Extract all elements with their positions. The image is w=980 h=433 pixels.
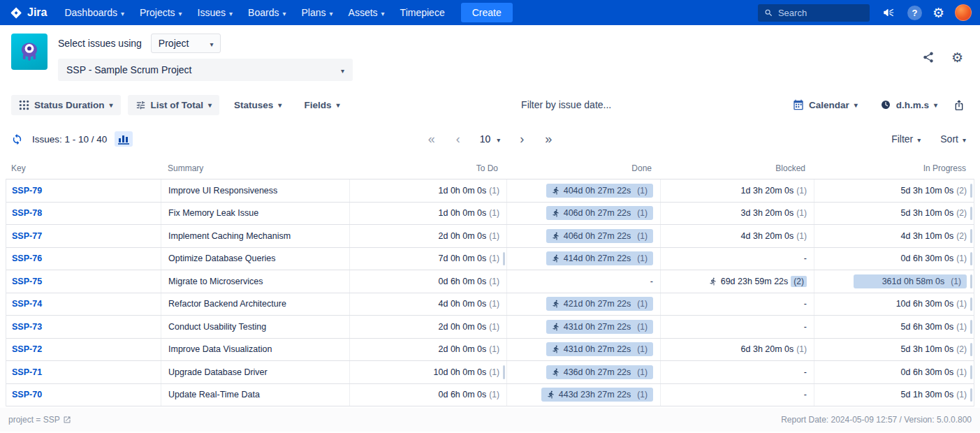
issue-key-link[interactable]: SSP-71 [12, 367, 42, 377]
summary-cell: Fix Memory Leak Issue [161, 203, 350, 225]
nav-item-projects[interactable]: Projects [132, 0, 190, 25]
calendar-icon [793, 99, 804, 110]
issue-count: (1) [489, 208, 499, 218]
nav-item-issues[interactable]: Issues [190, 0, 241, 25]
column-header-inprogress[interactable]: In Progress [814, 163, 974, 173]
issue-key-link[interactable]: SSP-70 [12, 390, 42, 399]
calendar-button[interactable]: Calendar [785, 94, 865, 115]
report-settings-icon[interactable] [951, 51, 963, 64]
duration-pill: 436d 0h 27m 22s(1) [546, 365, 653, 379]
duration-cell-todo: 7d 0h 0m 0s(1) [350, 248, 507, 270]
runner-icon [547, 390, 555, 399]
jql-query-link[interactable]: project = SSP [8, 415, 71, 425]
help-icon[interactable] [907, 6, 922, 20]
issue-key-link[interactable]: SSP-78 [12, 208, 42, 218]
issue-key-link[interactable]: SSP-75 [12, 277, 42, 286]
key-cell: SSP-71 [6, 361, 161, 383]
column-header-blocked[interactable]: Blocked [660, 163, 814, 173]
clock-icon [880, 99, 891, 110]
issue-count: (1) [956, 367, 967, 377]
issue-count: (1) [489, 299, 499, 309]
chart-view-button[interactable] [115, 131, 133, 147]
column-header-todo[interactable]: To Do [349, 163, 506, 173]
issue-key-link[interactable]: SSP-72 [12, 344, 42, 354]
issue-key-link[interactable]: SSP-76 [12, 254, 42, 263]
duration-cell-todo: 1d 0h 0m 0s(1) [350, 203, 507, 225]
key-cell: SSP-78 [6, 203, 161, 225]
share-button[interactable] [921, 50, 936, 65]
search-box[interactable] [758, 4, 870, 22]
empty-duration: - [804, 322, 807, 332]
duration-pill: 404d 0h 27m 22s(1) [546, 184, 653, 198]
key-cell: SSP-79 [6, 179, 161, 202]
fields-button[interactable]: Fields [296, 95, 347, 115]
issue-date-filter[interactable]: Filter by issue date... [354, 99, 777, 110]
duration-value: 0d 6h 0m 0s [439, 390, 487, 399]
nav-item-plans[interactable]: Plans [294, 0, 341, 25]
nav-item-label: Timepiece [400, 7, 445, 18]
issue-source-value: Project [159, 38, 189, 49]
issue-key-link[interactable]: SSP-79 [12, 186, 42, 196]
duration-value: 5d 1h 30m 0s [901, 390, 954, 399]
nav-item-dashboards[interactable]: Dashboards [57, 0, 132, 25]
nav-item-assets[interactable]: Assets [341, 0, 393, 25]
nav-item-timepiece[interactable]: Timepiece [393, 0, 453, 25]
chevron-down-icon [341, 65, 344, 75]
time-format-button[interactable]: d.h.m.s [872, 94, 945, 115]
pagination-left-group: Issues: 1 - 10 / 40 [10, 131, 133, 147]
runner-icon [552, 300, 560, 308]
last-page-button[interactable] [543, 133, 553, 145]
project-monster-icon [14, 36, 45, 67]
filter-dropdown[interactable]: Filter [891, 133, 921, 145]
table-header: Key Summary To Do Done Blocked In Progre… [6, 158, 974, 179]
search-input[interactable] [778, 8, 858, 18]
first-page-button[interactable] [427, 133, 437, 145]
duration-value: 4d 0h 0m 0s [439, 299, 487, 309]
runner-icon [552, 186, 560, 195]
settings-icon[interactable] [933, 6, 944, 20]
project-select[interactable]: SSP - Sample Scrum Project [58, 59, 353, 81]
issue-count: (2) [956, 186, 967, 196]
refresh-button[interactable] [10, 132, 24, 147]
table-row: SSP-77Implement Caching Mechanism2d 0h 0… [6, 225, 974, 248]
list-of-total-label: List of Total [151, 100, 204, 110]
next-page-button[interactable] [518, 133, 525, 145]
jira-home-link[interactable]: Jira [7, 6, 57, 20]
issue-summary: Improve UI Responsiveness [168, 186, 277, 196]
duration-value: 10d 0h 0m 0s [434, 367, 487, 377]
column-header-key[interactable]: Key [6, 163, 161, 173]
issue-count: (2) [791, 276, 807, 287]
sort-dropdown[interactable]: Sort [940, 133, 966, 145]
issue-key-link[interactable]: SSP-77 [12, 231, 42, 241]
previous-page-button[interactable] [455, 133, 462, 145]
chevron-down-icon [963, 134, 966, 144]
issue-key-link[interactable]: SSP-74 [12, 299, 42, 309]
issue-source-select[interactable]: Project [151, 34, 221, 53]
nav-item-boards[interactable]: Boards [240, 0, 293, 25]
page-size-select[interactable]: 10 [480, 133, 501, 145]
status-duration-button[interactable]: Status Duration [11, 95, 121, 115]
duration-value: 406d 0h 27m 22s [564, 208, 631, 218]
column-header-summary[interactable]: Summary [161, 163, 349, 173]
issue-count: (1) [489, 254, 499, 263]
statuses-button[interactable]: Statuses [226, 95, 289, 115]
column-header-done[interactable]: Done [506, 163, 660, 173]
issue-count: (2) [956, 344, 967, 354]
duration-value: 436d 0h 27m 22s [564, 367, 631, 377]
status-bar: project = SSP Report Date: 2024-05-09 12… [0, 408, 980, 432]
create-button[interactable]: Create [461, 3, 513, 22]
duration-cell-done: 431d 0h 27m 22s(1) [507, 339, 661, 361]
duration-cell-done: - [507, 270, 661, 293]
export-button[interactable] [952, 98, 966, 112]
duration-cell-blocked: 69d 23h 59m 22s(2) [661, 270, 814, 293]
issue-key-link[interactable]: SSP-73 [12, 322, 42, 332]
issue-count: (2) [956, 208, 967, 218]
user-avatar[interactable] [955, 4, 972, 21]
announcements-button[interactable] [880, 5, 897, 20]
chevron-down-icon [336, 100, 339, 110]
share-icon [922, 51, 935, 64]
list-of-total-button[interactable]: List of Total [128, 95, 220, 115]
duration-cell-todo: 0d 6h 0m 0s(1) [350, 270, 507, 293]
issue-count: (1) [796, 231, 807, 241]
issue-count: (1) [489, 322, 499, 332]
